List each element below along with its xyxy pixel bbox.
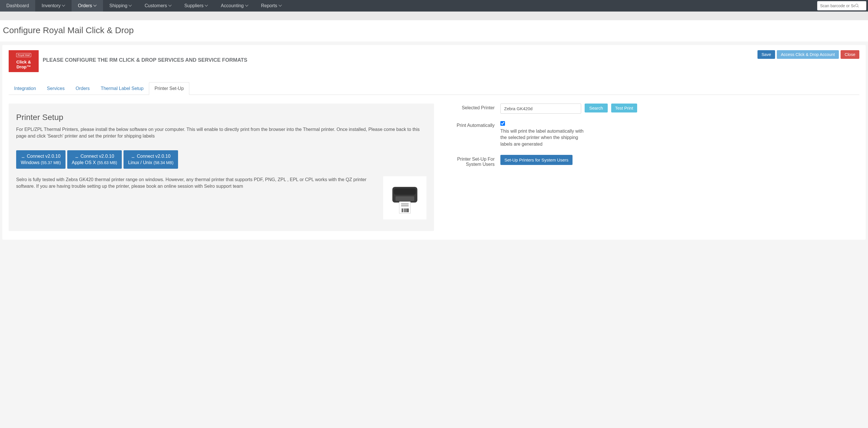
- svg-point-0: [855, 4, 858, 7]
- page-title: Configure Royal Mail Click & Drop: [3, 25, 865, 35]
- search-icon: [855, 3, 859, 8]
- printer-icon: [386, 179, 424, 217]
- setup-info-text: Selro is fully tested with Zebra GK420 t…: [16, 176, 376, 220]
- download-windows-button[interactable]: Connect v2.0.10 Windows (55.37 MB): [16, 150, 65, 168]
- chevron-down-icon: [205, 4, 208, 7]
- nav-shipping[interactable]: Shipping: [103, 0, 138, 11]
- chevron-down-icon: [129, 4, 132, 7]
- chevron-down-icon: [62, 4, 65, 7]
- selected-printer-label: Selected Printer: [445, 103, 495, 110]
- download-linux-button[interactable]: Connect v2.0.10 Linux / Unix (58.34 MB): [124, 150, 178, 168]
- svg-rect-3: [394, 188, 416, 195]
- download-icon: [21, 154, 25, 158]
- nav-orders[interactable]: Orders: [71, 0, 103, 11]
- svg-rect-14: [407, 208, 408, 212]
- access-account-button[interactable]: Access Click & Drop Account: [777, 50, 839, 59]
- tab-services[interactable]: Services: [41, 82, 70, 95]
- search-box[interactable]: [817, 1, 866, 10]
- download-icon: [75, 154, 79, 158]
- print-auto-checkbox[interactable]: [500, 121, 505, 126]
- config-panel: Royal Mail Click & Drop™ PLEASE CONFIGUR…: [2, 45, 866, 240]
- chevron-down-icon: [246, 4, 248, 7]
- config-heading: PLEASE CONFIGURE THE RM CLICK & DROP SER…: [43, 57, 247, 63]
- svg-rect-10: [402, 208, 403, 212]
- download-icon: [131, 154, 135, 158]
- panel-header: Royal Mail Click & Drop™ PLEASE CONFIGUR…: [9, 50, 859, 72]
- logo-bottom-text: Click & Drop™: [10, 59, 37, 69]
- selected-printer-input[interactable]: [500, 103, 581, 113]
- svg-line-1: [858, 6, 859, 7]
- test-print-button[interactable]: Test Print: [611, 103, 638, 112]
- search-input[interactable]: [820, 3, 855, 8]
- setup-system-users-button[interactable]: Set-Up Printers for System Users: [500, 155, 572, 165]
- system-users-label: Printer Set-Up ForSystem Users: [445, 155, 495, 167]
- search-printer-button[interactable]: Search: [585, 103, 608, 112]
- nav-customers[interactable]: Customers: [138, 0, 178, 11]
- nav-dashboard[interactable]: Dashboard: [0, 0, 35, 11]
- tab-integration[interactable]: Integration: [9, 82, 41, 95]
- chevron-down-icon: [279, 4, 282, 7]
- click-drop-logo: Royal Mail Click & Drop™: [9, 50, 39, 72]
- printer-image: [383, 176, 427, 220]
- save-button[interactable]: Save: [757, 50, 775, 59]
- svg-rect-7: [401, 205, 409, 206]
- setup-description: For EPL/ZPL Thermal Printers, please ins…: [16, 126, 427, 139]
- tabs: Integration Services Orders Thermal Labe…: [9, 82, 859, 95]
- svg-rect-13: [406, 208, 406, 212]
- close-button[interactable]: Close: [841, 50, 859, 59]
- print-auto-label: Print Automatically: [445, 121, 495, 128]
- chevron-down-icon: [169, 4, 172, 7]
- nav-suppliers[interactable]: Suppliers: [178, 0, 215, 11]
- tab-content: Printer Setup For EPL/ZPL Thermal Printe…: [9, 103, 859, 231]
- svg-rect-11: [403, 208, 404, 212]
- chevron-down-icon: [94, 4, 97, 7]
- logo-top-text: Royal Mail: [16, 53, 31, 57]
- print-auto-helper: This will print the label automatically …: [500, 128, 587, 147]
- sub-nav-band: [0, 11, 868, 20]
- top-nav: Dashboard Inventory Orders Shipping Cust…: [0, 0, 868, 11]
- printer-setup-box: Printer Setup For EPL/ZPL Thermal Printe…: [9, 103, 434, 231]
- svg-rect-4: [396, 196, 414, 201]
- download-osx-button[interactable]: Connect v2.0.10 Apple OS X (55.63 MB): [67, 150, 122, 168]
- nav-inventory[interactable]: Inventory: [35, 0, 71, 11]
- tab-orders[interactable]: Orders: [70, 82, 95, 95]
- nav-accounting[interactable]: Accounting: [214, 0, 254, 11]
- svg-rect-6: [401, 203, 409, 204]
- setup-title: Printer Setup: [16, 113, 427, 122]
- tab-printer-setup[interactable]: Printer Set-Up: [149, 82, 189, 95]
- nav-reports[interactable]: Reports: [255, 0, 288, 11]
- svg-rect-9: [401, 208, 402, 212]
- tab-thermal-label[interactable]: Thermal Label Setup: [95, 82, 149, 95]
- page-title-area: Configure Royal Mail Click & Drop: [0, 20, 868, 41]
